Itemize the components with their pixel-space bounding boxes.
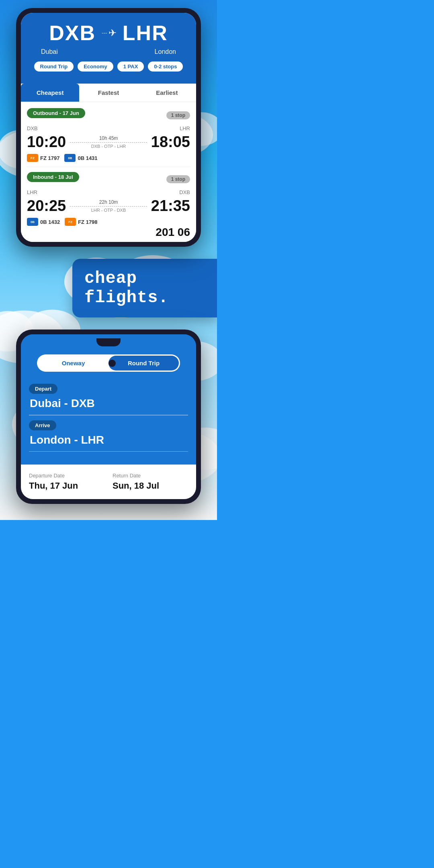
outbound-origin: DXB xyxy=(27,125,38,131)
dates-row: Departure Date Thu, 17 Jun Return Date S… xyxy=(29,473,188,491)
depart-field[interactable]: Depart Dubai - DXB xyxy=(29,384,188,410)
phone2-wrapper: Oneway Round Trip Depart Dubai - DXB xyxy=(0,330,217,520)
flights-divider xyxy=(27,167,190,167)
inbound-airline2: FZ FZ 1798 xyxy=(65,218,97,226)
tag-pax[interactable]: 1 PAX xyxy=(117,61,144,72)
outbound-duration: 10h 45m xyxy=(99,135,118,141)
inbound-arrive: 21:35 xyxy=(151,197,190,215)
outbound-dest: LHR xyxy=(180,125,190,131)
tab-fastest[interactable]: Fastest xyxy=(79,84,137,102)
dates-section: Departure Date Thu, 17 Jun Return Date S… xyxy=(21,465,196,499)
city-row: Dubai London xyxy=(29,48,188,55)
inbound-duration: 22h 10m xyxy=(99,199,118,205)
inbound-airline2-code: FZ 1798 xyxy=(78,219,97,225)
price-value: 201 06 xyxy=(27,228,190,236)
return-date-label: Return Date xyxy=(113,473,188,479)
cheap-flights-headline: cheap flights. xyxy=(84,269,169,307)
phone2-form: Depart Dubai - DXB Arrive London - LHR xyxy=(21,380,196,465)
outbound-arrive: 18:05 xyxy=(151,133,190,151)
outbound-airports: DXB LHR xyxy=(27,125,190,131)
inbound-times: 20:25 22h 10m LHR - OTP - DXB 21:35 xyxy=(27,197,190,215)
airline1-code: FZ 1797 xyxy=(40,155,59,161)
inbound-duration-line: 22h 10m LHR - OTP - DXB xyxy=(70,199,147,213)
trip-toggle[interactable]: Oneway Round Trip xyxy=(37,354,180,372)
tab-earliest[interactable]: Earliest xyxy=(138,84,196,102)
plane-icon-area: - - - ✈ xyxy=(102,27,117,39)
arrive-field[interactable]: Arrive London - LHR xyxy=(29,420,188,446)
dest-city: London xyxy=(155,48,176,55)
form-divider2 xyxy=(29,451,188,452)
phone2-screen: Oneway Round Trip Depart Dubai - DXB xyxy=(21,334,196,499)
inbound-header-row: Inbound - 18 Jul 1 stop xyxy=(27,172,190,186)
outbound-duration-line: 10h 45m DXB - OTP - LHR xyxy=(70,135,147,149)
outbound-section: Outbound - 17 Jun 1 stop DXB LHR 10:20 1… xyxy=(27,108,190,162)
dest-code: LHR xyxy=(123,21,168,45)
arrive-label: Arrive xyxy=(29,420,56,430)
flights-container: Outbound - 17 Jun 1 stop DXB LHR 10:20 1… xyxy=(21,102,196,242)
tags-row: Round Trip Economy 1 PAX 0-2 stops xyxy=(29,61,188,72)
outbound-airline2: 0B 0B 1431 xyxy=(64,154,97,162)
tab-cheapest[interactable]: Cheapest xyxy=(21,84,79,102)
phone1-device: DXB - - - ✈ LHR Dubai London Round Trip … xyxy=(16,8,201,247)
origin-code: DXB xyxy=(49,21,96,45)
inbound-origin: LHR xyxy=(27,189,37,195)
price-peek: 201 06 xyxy=(27,228,190,236)
inbound-dashed-line xyxy=(70,206,147,207)
departure-date-label: Departure Date xyxy=(29,473,104,479)
outbound-times: 10:20 10h 45m DXB - OTP - LHR 18:05 xyxy=(27,133,190,151)
roundtrip-option[interactable]: Round Trip xyxy=(108,356,179,371)
outbound-airlines: FZ FZ 1797 0B 0B 1431 xyxy=(27,154,190,162)
route-row: DXB - - - ✈ LHR xyxy=(29,21,188,45)
outbound-label: Outbound - 17 Jun xyxy=(27,108,85,118)
cheap-flights-card: cheap flights. xyxy=(72,259,217,317)
inbound-airline1-logo: 0B xyxy=(27,218,38,226)
inbound-airlines: 0B 0B 1432 FZ FZ 1798 xyxy=(27,218,190,226)
inbound-label: Inbound - 18 Jul xyxy=(27,172,79,182)
departure-date-value: Thu, 17 Jun xyxy=(29,481,104,491)
outbound-stop-badge: 1 stop xyxy=(166,111,190,119)
phone2-notch xyxy=(96,338,121,346)
inbound-airline2-logo: FZ xyxy=(65,218,76,226)
outbound-route: DXB - OTP - LHR xyxy=(91,144,126,149)
departure-date-item[interactable]: Departure Date Thu, 17 Jun xyxy=(29,473,104,491)
inbound-route: LHR - OTP - DXB xyxy=(91,208,126,213)
plane-symbol: ✈ xyxy=(108,27,117,39)
toggle-container: Oneway Round Trip xyxy=(21,346,196,380)
tag-economy[interactable]: Economy xyxy=(78,61,113,72)
outbound-header-row: Outbound - 17 Jun 1 stop xyxy=(27,108,190,122)
outbound-depart: 10:20 xyxy=(27,133,66,151)
tag-roundtrip[interactable]: Round Trip xyxy=(34,61,74,72)
background: 🦇 🦇 🦇 DXB - - - ✈ LHR Dubai London xyxy=(0,0,217,520)
oneway-option[interactable]: Oneway xyxy=(38,356,108,371)
inbound-airline1-code: 0B 1432 xyxy=(40,219,60,225)
origin-city: Dubai xyxy=(41,48,58,55)
phone2-device: Oneway Round Trip Depart Dubai - DXB xyxy=(16,330,201,504)
phone1-header: DXB - - - ✈ LHR Dubai London Round Trip … xyxy=(21,13,196,84)
airline1-logo: FZ xyxy=(27,154,38,162)
arrive-value: London - LHR xyxy=(29,434,188,446)
tab-bar: Cheapest Fastest Earliest xyxy=(21,84,196,102)
form-divider1 xyxy=(29,415,188,416)
phone1-screen: DXB - - - ✈ LHR Dubai London Round Trip … xyxy=(21,13,196,242)
return-date-value: Sun, 18 Jul xyxy=(113,481,188,491)
airline2-logo: 0B xyxy=(64,154,76,162)
inbound-airline1: 0B 0B 1432 xyxy=(27,218,60,226)
outbound-dashed-line xyxy=(70,142,147,143)
inbound-section: Inbound - 18 Jul 1 stop LHR DXB 20:25 22… xyxy=(27,172,190,226)
inbound-depart: 20:25 xyxy=(27,197,66,215)
return-date-item[interactable]: Return Date Sun, 18 Jul xyxy=(113,473,188,491)
inbound-stop-badge: 1 stop xyxy=(166,175,190,183)
depart-value: Dubai - DXB xyxy=(29,397,188,410)
dots-left: - - - xyxy=(102,30,106,36)
airline2-code: 0B 1431 xyxy=(78,155,97,161)
toggle-dot xyxy=(108,360,116,367)
inbound-dest: DXB xyxy=(179,189,190,195)
depart-label: Depart xyxy=(29,384,57,394)
phone2-notch-area xyxy=(21,334,196,346)
inbound-airports: LHR DXB xyxy=(27,189,190,195)
tag-stops[interactable]: 0-2 stops xyxy=(148,61,183,72)
middle-section: cheap flights. xyxy=(0,247,217,330)
outbound-airline1: FZ FZ 1797 xyxy=(27,154,59,162)
